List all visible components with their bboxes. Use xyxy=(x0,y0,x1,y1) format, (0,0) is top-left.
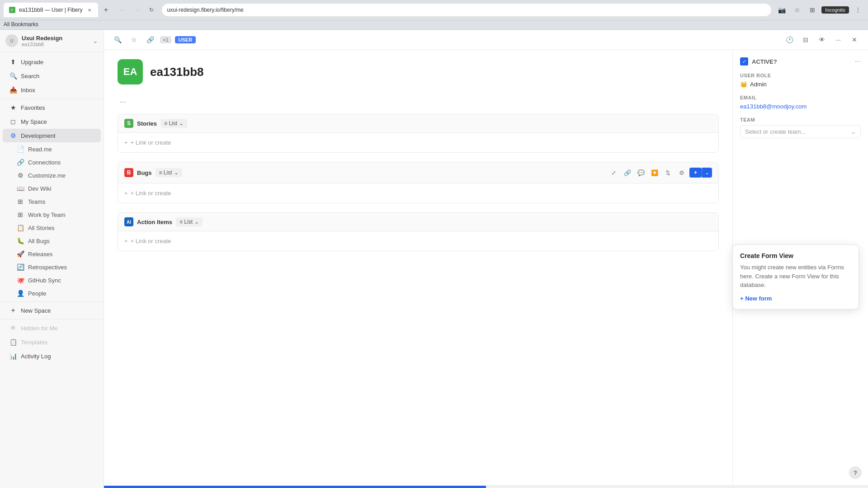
sidebar-item-favorites[interactable]: ★ Favorites xyxy=(3,101,101,114)
sidebar-item-connections[interactable]: 🔗 Connections xyxy=(3,156,101,169)
sidebar-item-my-space[interactable]: ◻ My Space xyxy=(3,115,101,128)
action-items-view-chevron: ⌄ xyxy=(194,219,199,225)
user-role-field: USER ROLE 👑 Admin xyxy=(740,73,861,88)
action-items-view-label: ≡ List xyxy=(179,219,193,225)
link-count-badge: +1 xyxy=(160,36,171,43)
main-content: 🔍 ☆ 🔗 +1 USER 🕐 ⊟ 👁 ··· ✕ EA ea131bb8 ..… xyxy=(104,30,868,488)
sidebar-item-label-all-stories: All Stories xyxy=(28,225,55,231)
sidebar-item-label-read-me: Read.me xyxy=(28,146,52,153)
close-panel-button[interactable]: ✕ xyxy=(848,33,861,46)
stories-section-header: S Stories ≡ List ⌄ xyxy=(118,114,718,133)
action-items-link-or-create[interactable]: + + Link or create xyxy=(124,236,712,246)
add-bug-dropdown[interactable]: ⌄ xyxy=(702,168,712,178)
favorites-icon: ★ xyxy=(9,103,17,112)
user-avatar: EA xyxy=(118,59,143,84)
sidebar-item-customize[interactable]: ⚙ Customize.me xyxy=(3,169,101,182)
bookmarks-bar: All Bookmarks xyxy=(0,20,868,30)
email-field: EMAIL ea131bb8@moodjoy.com xyxy=(740,95,861,110)
sidebar-item-hidden[interactable]: 👁 Hidden for Me xyxy=(3,321,101,335)
sidebar-item-inbox[interactable]: 📥 Inbox xyxy=(3,83,101,97)
tab-close-button[interactable]: ✕ xyxy=(86,7,93,13)
sidebar-item-all-stories[interactable]: 📋 All Stories xyxy=(3,221,101,234)
action-items-section-body: + + Link or create xyxy=(118,231,718,251)
sidebar-item-label-activity-log: Activity Log xyxy=(21,353,94,360)
sidebar-item-github-sync[interactable]: 🐙 GitHub Sync xyxy=(3,274,101,286)
user-dots-button[interactable]: ... xyxy=(118,94,719,107)
filter-icon[interactable]: 🔽 xyxy=(649,167,660,178)
new-tab-button[interactable]: + xyxy=(100,4,113,16)
sidebar-item-upgrade[interactable]: ⬆ Upgrade xyxy=(3,55,101,69)
stories-view-selector[interactable]: ≡ List ⌄ xyxy=(160,119,187,128)
all-bugs-icon: 🐛 xyxy=(16,237,24,245)
bugs-section-body: + + Link or create xyxy=(118,183,718,203)
team-select-dropdown[interactable]: Select or create team... ⌄ xyxy=(740,125,861,138)
active-status: ACTIVE? xyxy=(740,57,777,66)
bookmark-icon[interactable]: ☆ xyxy=(791,4,803,16)
stories-view-chevron: ⌄ xyxy=(179,120,184,127)
sidebar-item-teams[interactable]: ⊞ Teams xyxy=(3,195,101,208)
comment-icon[interactable]: 💬 xyxy=(635,167,647,178)
eye-button[interactable]: 👁 xyxy=(816,33,828,46)
link-action-icon[interactable]: 🔗 xyxy=(622,167,633,178)
search-toolbar-button[interactable]: 🔍 xyxy=(111,33,124,46)
tooltip-title: Create Form View xyxy=(740,252,851,259)
extension-icon[interactable]: ⊞ xyxy=(806,4,819,16)
workspace-avatar: U xyxy=(5,34,18,47)
bugs-view-selector[interactable]: ≡ List ⌄ xyxy=(156,168,182,177)
sort-icon[interactable]: ⇅ xyxy=(662,167,674,178)
help-button[interactable]: ? xyxy=(849,466,862,479)
connections-icon: 🔗 xyxy=(16,158,24,166)
forward-button[interactable]: → xyxy=(131,4,143,16)
inbox-icon: 📥 xyxy=(9,86,17,94)
panel-dots-button[interactable]: ··· xyxy=(855,57,861,66)
my-space-icon: ◻ xyxy=(9,117,17,126)
sidebar-item-retrospectives[interactable]: 🔄 Retrospectives xyxy=(3,261,101,273)
active-checkbox[interactable] xyxy=(740,57,748,66)
sidebar-item-dev-wiki[interactable]: 📖 Dev Wiki xyxy=(3,182,101,195)
new-form-button[interactable]: + New form xyxy=(740,295,851,302)
expand-icon[interactable]: ⤢ xyxy=(608,167,620,178)
link-toolbar-button[interactable]: 🔗 xyxy=(144,33,156,46)
customize-icon: ⚙ xyxy=(16,171,24,179)
stories-link-icon: + xyxy=(124,139,128,146)
active-label: ACTIVE? xyxy=(752,58,777,65)
sidebar-item-read-me[interactable]: 📄 Read.me xyxy=(3,143,101,155)
browser-actions: 📷 ☆ ⊞ Incognito ⋮ xyxy=(775,4,864,16)
workspace-chevron[interactable]: ⌄ xyxy=(93,37,98,44)
refresh-button[interactable]: ↻ xyxy=(145,4,158,16)
more-options-button[interactable]: ··· xyxy=(832,33,844,46)
bugs-link-or-create[interactable]: + + Link or create xyxy=(124,188,712,198)
action-items-section-header: AI Action Items ≡ List ⌄ xyxy=(118,213,718,231)
menu-icon[interactable]: ⋮ xyxy=(852,4,864,16)
sidebar-item-releases[interactable]: 🚀 Releases xyxy=(3,248,101,260)
sidebar-item-label-my-space: My Space xyxy=(21,118,94,125)
bugs-icon: B xyxy=(124,168,133,177)
add-bug-button[interactable]: + xyxy=(689,168,702,178)
sidebar-item-label-templates: Templates xyxy=(21,339,94,346)
work-by-team-icon: ⊞ xyxy=(16,211,24,219)
browser-tab-active[interactable]: F ea131bb8 — User | Fibery ✕ xyxy=(4,3,98,17)
sidebar-item-development[interactable]: ⚙ Development xyxy=(3,129,101,142)
settings-icon[interactable]: ⚙ xyxy=(676,167,688,178)
stories-link-or-create[interactable]: + + Link or create xyxy=(124,137,712,148)
sidebar-item-people[interactable]: 👤 People xyxy=(3,287,101,300)
sidebar-item-templates[interactable]: 📋 Templates xyxy=(3,335,101,349)
star-toolbar-button[interactable]: ☆ xyxy=(127,33,140,46)
sidebar-item-label-people: People xyxy=(28,290,46,297)
address-bar[interactable]: uxui-redesign.fibery.io/fibery/me xyxy=(161,3,772,17)
dropdown-chevron-icon: ⌄ xyxy=(705,169,709,176)
back-button[interactable]: ← xyxy=(116,4,129,16)
sidebar-item-work-by-team[interactable]: ⊞ Work by Team xyxy=(3,208,101,221)
layout-button[interactable]: ⊟ xyxy=(799,33,812,46)
sidebar-item-label-hidden: Hidden for Me xyxy=(21,325,94,332)
sidebar-item-all-bugs[interactable]: 🐛 All Bugs xyxy=(3,235,101,247)
sidebar-item-new-space[interactable]: + New Space xyxy=(3,304,101,317)
sidebar-item-search[interactable]: 🔍 Search xyxy=(3,69,101,83)
bottom-bar xyxy=(104,485,868,488)
sidebar-item-activity-log[interactable]: 📊 Activity Log xyxy=(3,349,101,363)
crown-icon: 👑 xyxy=(740,81,747,88)
add-icon: + xyxy=(694,169,697,176)
admin-value: Admin xyxy=(750,81,767,88)
action-items-view-selector[interactable]: ≡ List ⌄ xyxy=(176,217,203,226)
history-button[interactable]: 🕐 xyxy=(783,33,796,46)
